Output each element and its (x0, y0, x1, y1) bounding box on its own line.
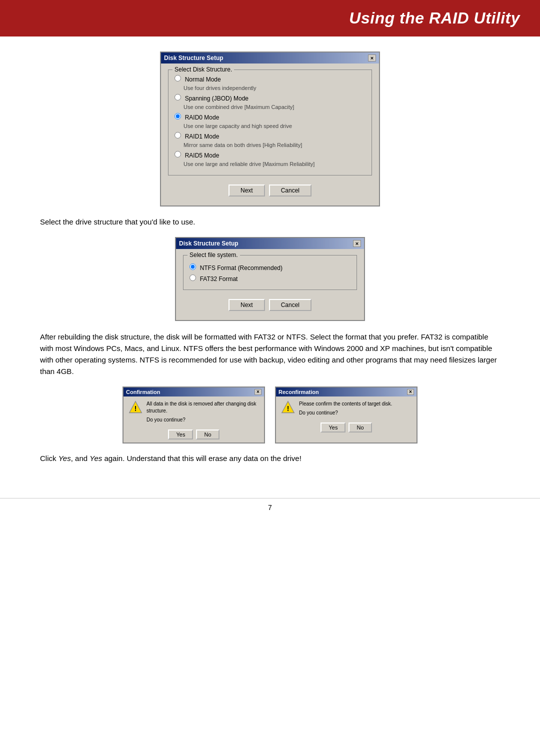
confirmation-buttons: Yes No (124, 428, 264, 442)
confirmation-text: All data in the disk is removed after ch… (146, 400, 259, 424)
confirmation-yes-button[interactable]: Yes (168, 430, 193, 440)
reconfirmation-title: Reconfirmation (278, 389, 319, 395)
small-dialogs-row: Confirmation × ! All data in the disk is… (40, 386, 500, 444)
confirmation-dialog: Confirmation × ! All data in the disk is… (122, 386, 265, 444)
warning-icon: ! (128, 400, 142, 414)
radio-raid1-desc: Mirror same data on both drives [High Re… (184, 142, 366, 148)
confirmation-title: Confirmation (126, 389, 160, 395)
radio-raid0-mode[interactable]: RAID0 Mode (174, 113, 366, 121)
radio-jbod-desc: Use one combined drive [Maximum Capacity… (184, 104, 366, 110)
dialog1-body: Select Disk Structure. Normal Mode Use f… (161, 64, 379, 206)
reconfirmation-titlebar: Reconfirmation × (276, 388, 416, 396)
reconfirmation-close-button[interactable]: × (407, 389, 414, 395)
dialog2-close-button[interactable]: × (353, 240, 361, 247)
radio-raid5-label: RAID5 Mode (185, 152, 220, 159)
description3: Click Yes, and Yes again. Understand tha… (40, 452, 500, 464)
page-title: Using the RAID Utility (20, 9, 520, 28)
radio-jbod-mode[interactable]: Spanning (JBOD) Mode (174, 94, 366, 102)
radio-fat32-input[interactable] (190, 274, 196, 281)
dialog2-titlebar: Disk Structure Setup × (176, 238, 364, 249)
radio-raid5-desc: Use one large and reliable drive [Maximu… (184, 161, 366, 167)
radio-raid1-mode[interactable]: RAID1 Mode (174, 132, 366, 140)
reconfirmation-line1: Please confirm the contents of target di… (299, 400, 392, 408)
dialog1-disk-structure: Disk Structure Setup × Select Disk Struc… (160, 52, 380, 206)
reconfirmation-buttons: Yes No (276, 420, 416, 436)
radio-normal-mode[interactable]: Normal Mode (174, 75, 366, 83)
dialog2-group-box: Select file system. NTFS Format (Recomme… (183, 255, 357, 290)
dialog2-buttons: Next Cancel (183, 296, 357, 315)
reconfirmation-body: ! Please confirm the contents of target … (276, 396, 416, 420)
radio-normal-desc: Use four drives independently (184, 85, 366, 91)
dialog2-body: Select file system. NTFS Format (Recomme… (176, 249, 364, 320)
confirmation-line1: All data in the disk is removed after ch… (146, 400, 259, 414)
dialog1-next-button[interactable]: Next (228, 184, 265, 196)
confirmation-no-button[interactable]: No (196, 430, 219, 440)
reconfirmation-line2: Do you continue? (299, 410, 392, 416)
main-content: Disk Structure Setup × Select Disk Struc… (0, 36, 540, 493)
reconfirmation-yes-button[interactable]: Yes (320, 422, 346, 432)
dialog2-group-label: Select file system. (188, 252, 240, 258)
radio-jbod-label: Spanning (JBOD) Mode (185, 95, 248, 102)
description1: Select the drive structure that you'd li… (40, 216, 500, 228)
page-number: 7 (268, 504, 272, 512)
radio-ntfs-input[interactable] (190, 264, 196, 270)
dialog1-group-box: Select Disk Structure. Normal Mode Use f… (168, 70, 372, 176)
description2: After rebuilding the disk structure, the… (40, 331, 500, 378)
radio-raid0-label: RAID0 Mode (185, 114, 220, 121)
radio-normal-label: Normal Mode (185, 76, 221, 83)
radio-jbod-input[interactable] (174, 94, 181, 100)
svg-text:!: ! (134, 404, 137, 412)
radio-fat32-label: FAT32 Format (200, 276, 238, 282)
dialog1-titlebar: Disk Structure Setup × (161, 52, 379, 64)
reconfirmation-text: Please confirm the contents of target di… (299, 400, 392, 416)
dialog2-next-button[interactable]: Next (228, 299, 265, 311)
confirmation-body: ! All data in the disk is removed after … (124, 396, 264, 428)
dialog1-group-label: Select Disk Structure. (172, 66, 234, 73)
reconfirmation-dialog: Reconfirmation × ! Please confirm the co… (275, 386, 418, 444)
radio-fat32[interactable]: FAT32 Format (190, 274, 350, 282)
confirmation-line2: Do you continue? (146, 416, 259, 424)
dialog2-file-system: Disk Structure Setup × Select file syste… (175, 237, 365, 321)
confirmation-close-button[interactable]: × (254, 389, 262, 395)
radio-ntfs-label: NTFS Format (Recommended) (200, 264, 282, 272)
radio-raid0-input[interactable] (174, 113, 181, 120)
page-footer: 7 (0, 498, 540, 522)
radio-raid1-label: RAID1 Mode (185, 133, 220, 140)
radio-raid1-input[interactable] (174, 132, 181, 138)
dialog2-title: Disk Structure Setup (179, 240, 238, 247)
reconfirmation-warning-icon: ! (281, 400, 295, 414)
radio-raid5-input[interactable] (174, 151, 181, 158)
svg-text:!: ! (287, 404, 290, 412)
dialog1-buttons: Next Cancel (168, 182, 372, 200)
confirmation-titlebar: Confirmation × (124, 388, 264, 396)
reconfirmation-no-button[interactable]: No (348, 422, 372, 432)
radio-ntfs[interactable]: NTFS Format (Recommended) (190, 264, 350, 272)
dialog1-close-button[interactable]: × (368, 54, 376, 62)
dialog2-cancel-button[interactable]: Cancel (269, 299, 312, 311)
dialog1-cancel-button[interactable]: Cancel (269, 184, 312, 196)
page-header: Using the RAID Utility (0, 0, 540, 36)
dialog1-title: Disk Structure Setup (164, 54, 224, 62)
radio-raid5-mode[interactable]: RAID5 Mode (174, 151, 366, 159)
radio-raid0-desc: Use one large capacity and high speed dr… (184, 123, 366, 129)
radio-normal-input[interactable] (174, 75, 181, 82)
